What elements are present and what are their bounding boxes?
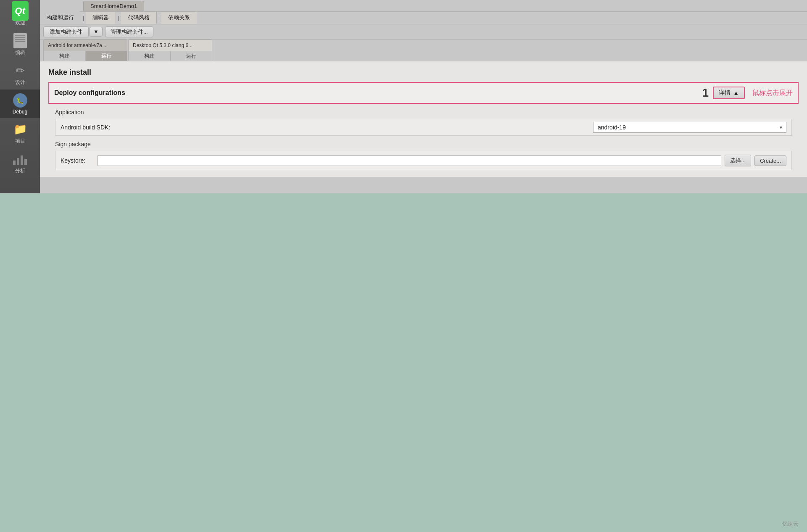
keystore-label: Keystore: <box>61 157 94 164</box>
toolbar-row: 添加构建套件 ▼ 管理构建套件... <box>40 24 807 40</box>
application-label: Application <box>55 109 792 116</box>
sidebar-item-design[interactable]: ✏ 设计 <box>0 60 40 90</box>
sign-box: Keystore: 选择... Create... <box>55 151 792 170</box>
kit-subtab-desktop-run[interactable]: 运行 <box>171 51 212 61</box>
sidebar-item-label: 分析 <box>15 167 25 174</box>
hint-text: 鼠标点击展开 <box>752 89 793 97</box>
analyze-icon <box>12 151 29 166</box>
add-kit-button[interactable]: 添加构建套件 <box>43 26 89 37</box>
window-titlebar: SmartHomeDemo1 <box>80 0 807 12</box>
sign-package-label: Sign package <box>55 141 792 147</box>
tab-code-style[interactable]: 代码风格 <box>121 12 157 24</box>
sidebar-item-label: 编辑 <box>15 49 25 56</box>
android-sdk-select-wrapper: android-19 <box>593 122 786 133</box>
project-icon: 📁 <box>12 121 29 137</box>
tab-editor[interactable]: 编辑器 <box>86 12 116 24</box>
kit-tab-desktop-subtabs: 构建 运行 <box>129 51 212 61</box>
design-icon: ✏ <box>12 63 29 78</box>
sidebar-item-edit[interactable]: 编辑 <box>0 30 40 60</box>
sidebar: Qt 欢迎 编辑 ✏ 设计 🐛 Debug 📁 项目 <box>0 0 40 193</box>
sidebar-item-debug[interactable]: 🐛 Debug <box>0 90 40 118</box>
edit-icon <box>12 33 29 48</box>
tab-sep3: | <box>157 12 161 24</box>
kit-tab-android-title: Android for armeabi-v7a ... <box>44 40 127 51</box>
kit-subtab-android-build[interactable]: 构建 <box>44 51 86 61</box>
tab-row: 构建和运行 | 编辑器 | 代码风格 | 依赖关系 <box>40 12 807 24</box>
keystore-row: Keystore: 选择... Create... <box>61 155 786 166</box>
deploy-right: 1 详情 ▲ 鼠标点击展开 <box>702 86 793 100</box>
sign-package-section: Sign package Keystore: 选择... Create... <box>48 141 799 170</box>
step-number: 1 <box>702 86 709 100</box>
sidebar-item-label: Debug <box>13 109 27 115</box>
kit-tab-desktop-title: Desktop Qt 5.3.0 clang 6... <box>129 40 212 51</box>
content-panel: Make install Deploy configurations 1 详情 … <box>40 61 807 177</box>
sidebar-item-label: 欢迎 <box>15 19 25 26</box>
kit-tab-android-subtabs: 构建 运行 <box>44 51 127 61</box>
window-title: SmartHomeDemo1 <box>90 3 137 9</box>
window-tab[interactable]: SmartHomeDemo1 <box>83 1 144 11</box>
watermark: 亿速云 <box>782 520 799 528</box>
kit-subtab-android-run[interactable]: 运行 <box>86 51 127 61</box>
sidebar-item-analyze[interactable]: 分析 <box>0 148 40 178</box>
sidebar-item-welcome[interactable]: Qt 欢迎 <box>0 0 40 30</box>
sidebar-item-label: 设计 <box>15 79 25 86</box>
manage-kit-button[interactable]: 管理构建套件... <box>105 26 153 37</box>
create-button[interactable]: Create... <box>754 155 786 166</box>
add-kit-dropdown[interactable]: ▼ <box>90 27 103 37</box>
sidebar-item-project[interactable]: 📁 项目 <box>0 118 40 148</box>
choose-button[interactable]: 选择... <box>725 155 751 166</box>
details-arrow-icon: ▲ <box>733 90 739 96</box>
main-area: SmartHomeDemo1 构建和运行 | 编辑器 | 代码风格 | 依赖关系… <box>40 0 807 193</box>
keystore-input[interactable] <box>98 155 721 166</box>
tab-build-run[interactable]: 构建和运行 <box>40 12 81 24</box>
sdk-row: Android build SDK: android-19 <box>55 119 792 136</box>
deploy-title: Deploy configurations <box>54 89 125 97</box>
kit-tab-bar: Android for armeabi-v7a ... 构建 运行 Deskto… <box>40 40 807 61</box>
debug-icon: 🐛 <box>12 93 29 108</box>
details-button-label: 详情 <box>719 89 731 97</box>
sidebar-item-label: 项目 <box>15 137 25 145</box>
kit-tab-android[interactable]: Android for armeabi-v7a ... 构建 运行 <box>43 40 127 61</box>
android-sdk-select[interactable]: android-19 <box>593 122 786 133</box>
qt-logo-icon: Qt <box>12 3 29 18</box>
kit-subtab-desktop-build[interactable]: 构建 <box>129 51 171 61</box>
main-tab-bar: 构建和运行 | 编辑器 | 代码风格 | 依赖关系 添加构建套件 ▼ 管理构建套… <box>40 12 807 177</box>
details-button[interactable]: 详情 ▲ <box>713 87 745 99</box>
application-section: Application Android build SDK: android-1… <box>48 105 799 141</box>
kit-tab-desktop[interactable]: Desktop Qt 5.3.0 clang 6... 构建 运行 <box>128 40 212 61</box>
deploy-configurations-box: Deploy configurations 1 详情 ▲ 鼠标点击展开 <box>48 82 799 104</box>
tab-sep2: | <box>116 12 121 24</box>
tab-dependencies[interactable]: 依赖关系 <box>161 12 197 24</box>
android-sdk-label: Android build SDK: <box>61 124 593 131</box>
add-kit-wrapper: 添加构建套件 ▼ <box>43 26 103 37</box>
tab-sep1: | <box>81 12 86 24</box>
section-title: Make install <box>48 68 799 77</box>
